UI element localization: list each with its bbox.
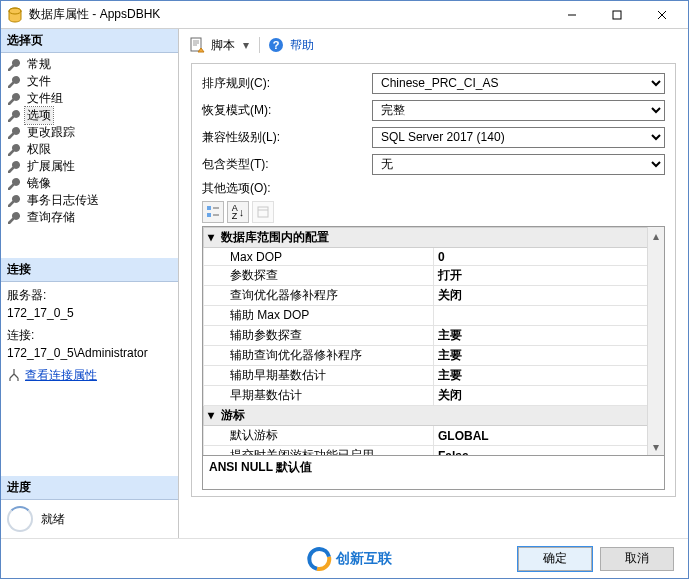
svg-rect-13 [258,207,268,217]
right-panel: 脚本 ▾ ? 帮助 排序规则(C): Chinese_PRC_CI_AS 恢复模… [179,29,688,538]
grid-category[interactable]: ▾ 数据库范围内的配置 [204,228,664,248]
grid-key: 参数探查 [204,266,434,286]
dialog-footer: 创新互联 确定 取消 [1,538,688,578]
nav-item-label: 选项 [25,107,53,124]
recovery-label: 恢复模式(M): [202,102,372,119]
grid-value[interactable]: 主要 [434,326,664,346]
grid-value[interactable]: 0 [434,248,664,266]
help-button[interactable]: 帮助 [290,37,314,54]
progress-spinner-icon [7,506,33,532]
grid-value[interactable]: 主要 [434,366,664,386]
grid-value[interactable]: 关闭 [434,386,664,406]
watermark-logo-icon [306,546,332,572]
connection-label: 连接: [7,326,172,344]
grid-category[interactable]: ▾ 游标 [204,406,664,426]
nav-item-9[interactable]: 查询存储 [1,209,178,226]
nav-item-8[interactable]: 事务日志传送 [1,192,178,209]
grid-value[interactable]: 关闭 [434,286,664,306]
scroll-up-icon[interactable]: ▴ [648,227,664,244]
grid-key: 默认游标 [204,426,434,446]
page-nav-list: 常规文件文件组选项更改跟踪权限扩展属性镜像事务日志传送查询存储 [1,53,178,234]
maximize-button[interactable] [594,1,639,29]
property-pages-button[interactable] [252,201,274,223]
nav-item-1[interactable]: 文件 [1,73,178,90]
property-description: ANSI NULL 默认值 [202,456,665,490]
categorized-button[interactable] [202,201,224,223]
close-button[interactable] [639,1,684,29]
app-icon [7,7,23,23]
scroll-down-icon[interactable]: ▾ [648,438,664,455]
other-options-label: 其他选项(O): [202,180,665,197]
connection-properties-icon [7,368,21,382]
grid-scrollbar[interactable]: ▴ ▾ [647,227,664,455]
grid-key: 早期基数估计 [204,386,434,406]
grid-value[interactable]: False [434,446,664,457]
grid-row[interactable]: 辅助查询优化器修补程序主要 [204,346,664,366]
grid-row[interactable]: 参数探查打开 [204,266,664,286]
nav-item-7[interactable]: 镜像 [1,175,178,192]
wrench-icon [7,177,21,191]
section-select-page: 选择页 [1,29,178,53]
grid-row[interactable]: Max DOP0 [204,248,664,266]
property-grid[interactable]: ▾ 数据库范围内的配置Max DOP0参数探查打开查询优化器修补程序关闭辅助 M… [202,226,665,456]
compat-select[interactable]: SQL Server 2017 (140) [372,127,665,148]
grid-row[interactable]: 辅助 Max DOP [204,306,664,326]
options-form: 排序规则(C): Chinese_PRC_CI_AS 恢复模式(M): 完整 兼… [191,63,676,497]
grid-row[interactable]: 辅助早期基数估计主要 [204,366,664,386]
collation-label: 排序规则(C): [202,75,372,92]
ok-button[interactable]: 确定 [518,547,592,571]
watermark: 创新互联 [306,546,392,572]
collation-select[interactable]: Chinese_PRC_CI_AS [372,73,665,94]
script-button[interactable]: 脚本 [211,37,235,54]
nav-item-2[interactable]: 文件组 [1,90,178,107]
title-bar: 数据库属性 - AppsDBHK [1,1,688,29]
containment-select[interactable]: 无 [372,154,665,175]
nav-item-label: 文件 [25,73,53,90]
nav-item-label: 镜像 [25,175,53,192]
grid-key: Max DOP [204,248,434,266]
nav-item-6[interactable]: 扩展属性 [1,158,178,175]
nav-item-5[interactable]: 权限 [1,141,178,158]
nav-item-label: 事务日志传送 [25,192,101,209]
server-value: 172_17_0_5 [7,304,172,322]
grid-value[interactable]: 主要 [434,346,664,366]
wrench-icon [7,109,21,123]
connection-block: 服务器: 172_17_0_5 连接: 172_17_0_5\Administr… [1,282,178,394]
grid-key: 辅助查询优化器修补程序 [204,346,434,366]
svg-text:?: ? [273,39,280,51]
grid-value[interactable]: GLOBAL [434,426,664,446]
grid-row[interactable]: 查询优化器修补程序关闭 [204,286,664,306]
svg-rect-9 [207,206,211,210]
wrench-icon [7,58,21,72]
script-dropdown-icon[interactable]: ▾ [241,38,251,52]
grid-key: 辅助早期基数估计 [204,366,434,386]
minimize-button[interactable] [549,1,594,29]
grid-row[interactable]: 早期基数估计关闭 [204,386,664,406]
nav-item-4[interactable]: 更改跟踪 [1,124,178,141]
grid-value[interactable] [434,306,664,326]
nav-item-3[interactable]: 选项 [1,107,178,124]
grid-row[interactable]: 辅助参数探查主要 [204,326,664,346]
cancel-button[interactable]: 取消 [600,547,674,571]
wrench-icon [7,160,21,174]
alphabetical-button[interactable]: AZ↓ [227,201,249,223]
section-progress: 进度 [1,476,178,500]
connection-value: 172_17_0_5\Administrator [7,344,172,362]
svg-rect-10 [207,213,211,217]
recovery-select[interactable]: 完整 [372,100,665,121]
left-panel: 选择页 常规文件文件组选项更改跟踪权限扩展属性镜像事务日志传送查询存储 连接 服… [1,29,179,538]
view-connection-properties-link[interactable]: 查看连接属性 [25,366,97,384]
grid-row[interactable]: 提交时关闭游标功能已启用False [204,446,664,457]
nav-item-label: 权限 [25,141,53,158]
grid-key: 辅助 Max DOP [204,306,434,326]
wrench-icon [7,211,21,225]
section-connection: 连接 [1,258,178,282]
toolbar: 脚本 ▾ ? 帮助 [179,29,688,59]
nav-item-0[interactable]: 常规 [1,56,178,73]
grid-row[interactable]: 默认游标GLOBAL [204,426,664,446]
nav-item-label: 常规 [25,56,53,73]
grid-value[interactable]: 打开 [434,266,664,286]
grid-key: 提交时关闭游标功能已启用 [204,446,434,457]
nav-item-label: 查询存储 [25,209,77,226]
wrench-icon [7,143,21,157]
